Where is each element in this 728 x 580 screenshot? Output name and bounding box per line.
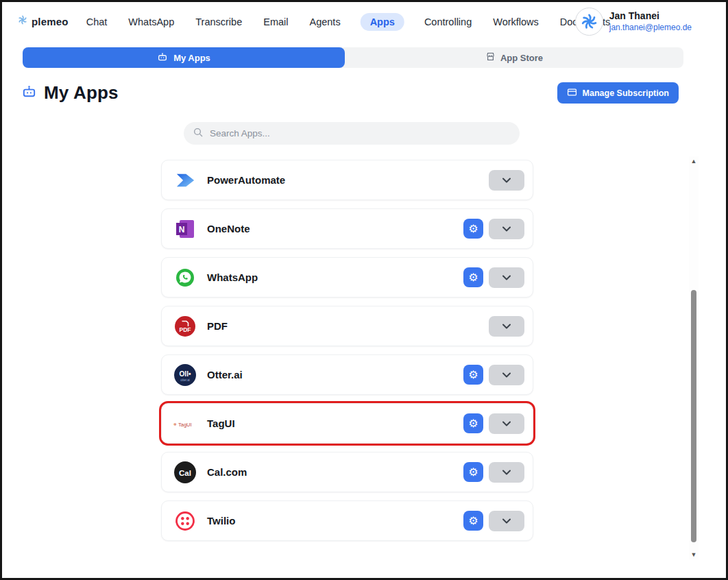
brand-logo[interactable]: plemeo [17,14,69,28]
brand-name: plemeo [32,16,69,27]
app-expand-button[interactable] [489,170,524,191]
chevron-down-icon [502,324,511,329]
nav-item-workflows[interactable]: Workflows [492,13,540,31]
nav-item-transcribe[interactable]: Transcribe [194,13,243,31]
svg-text:PDF: PDF [180,326,191,333]
nav-item-controlling[interactable]: Controlling [423,13,473,31]
scrollbar: ▲ ▼ [689,156,699,559]
gear-icon: ⚙ [468,370,478,380]
app-expand-button[interactable] [489,219,524,239]
row-actions [489,170,524,191]
app-name: WhatsApp [207,271,258,283]
svg-text:OII•: OII• [180,370,191,378]
powerautomate-icon [172,173,198,188]
gear-icon: ⚙ [468,516,478,527]
app-row-onenote: N OneNote ⚙ [161,208,533,249]
row-actions: ⚙ [463,511,524,531]
user-menu[interactable]: Jan Thanei jan.thanei@plemeo.de [575,8,692,36]
app-expand-button[interactable] [489,511,524,531]
app-expand-button[interactable] [489,462,524,483]
twilio-icon [172,511,198,531]
nav-item-email[interactable]: Email [262,13,289,31]
otterai-icon: OII•otter.ai [172,363,198,387]
app-row-otter-ai: OII•otter.ai Otter.ai ⚙ [161,354,533,395]
main-nav: ChatWhatsAppTranscribeEmailAgentsAppsCon… [85,2,611,42]
gear-icon: ⚙ [468,223,478,234]
user-email[interactable]: jan.thanei@plemeo.de [609,23,692,33]
scroll-up-arrow[interactable]: ▲ [689,156,699,166]
search-input[interactable] [210,128,511,138]
calcom-icon: Cal [172,461,198,484]
nav-item-whatsapp[interactable]: WhatsApp [127,13,175,31]
gear-icon: ⚙ [468,467,478,478]
app-row-cal-com: Cal Cal.com ⚙ [161,452,533,492]
app-expand-button[interactable] [489,267,524,288]
app-settings-button[interactable]: ⚙ [463,462,483,482]
row-actions [489,316,524,337]
app-settings-button[interactable]: ⚙ [463,267,483,287]
row-actions: ⚙ [463,462,524,483]
manage-subscription-label: Manage Subscription [583,88,669,98]
app-name: Otter.ai [207,369,243,380]
row-actions: ⚙ [463,365,524,385]
plemeo-swirl-icon [580,12,598,31]
chevron-down-icon [502,421,511,426]
robot-icon [157,51,168,64]
app-name: OneNote [207,223,250,234]
user-name: Jan Thanei [609,10,692,23]
row-actions: ⚙ [463,413,524,434]
view-switch-tabs: My Apps App Store [23,47,683,68]
app-row-tagui: ✻TagUI TagUI ⚙ [161,403,533,444]
nav-item-agents[interactable]: Agents [308,13,341,31]
tab-my-apps[interactable]: My Apps [23,47,345,68]
nav-item-chat[interactable]: Chat [85,13,109,31]
chevron-down-icon [502,518,511,524]
row-actions: ⚙ [463,267,524,288]
app-settings-button[interactable]: ⚙ [463,413,483,433]
page-title: My Apps [44,82,119,104]
pdf-icon: PDF [172,315,198,337]
app-settings-button[interactable]: ⚙ [463,365,483,385]
chevron-down-icon [502,178,511,183]
app-name: Cal.com [207,466,247,478]
scroll-thumb[interactable] [691,290,696,542]
svg-text:Cal: Cal [179,468,191,476]
app-name: TagUI [207,418,235,429]
app-expand-button[interactable] [489,413,524,434]
app-settings-button[interactable]: ⚙ [463,511,483,531]
chevron-down-icon [502,372,511,378]
tab-app-store-label: App Store [500,53,543,63]
chevron-down-icon [502,275,511,280]
gear-icon: ⚙ [468,418,478,429]
svg-text:otter.ai: otter.ai [180,378,190,381]
app-row-powerautomate: PowerAutomate [161,160,533,200]
nav-item-apps[interactable]: Apps [361,13,404,31]
app-expand-button[interactable] [489,365,524,385]
app-settings-button[interactable]: ⚙ [463,219,483,239]
plemeo-swirl-icon [17,14,28,28]
search-icon [193,127,204,141]
svg-text:N: N [179,224,185,234]
app-name: PDF [207,320,228,332]
svg-text:TagUI: TagUI [178,421,192,427]
app-expand-button[interactable] [489,316,524,337]
page-header: My Apps [21,82,119,104]
app-name: Twilio [207,515,235,527]
svg-text:✻: ✻ [173,422,177,426]
scroll-down-arrow[interactable]: ▼ [689,550,699,559]
credit-card-icon [567,87,577,99]
avatar [575,8,603,36]
store-icon [485,51,496,64]
search-bar [184,122,520,145]
app-window: plemeo ChatWhatsAppTranscribeEmailAgents… [0,0,728,580]
whatsapp-icon [172,268,198,287]
manage-subscription-button[interactable]: Manage Subscription [557,82,679,104]
app-row-whatsapp: WhatsApp ⚙ [161,257,533,298]
top-header: plemeo ChatWhatsAppTranscribeEmailAgents… [2,2,726,42]
tagui-icon: ✻TagUI [172,419,198,428]
tab-app-store[interactable]: App Store [345,47,683,68]
row-actions: ⚙ [463,219,524,239]
gear-icon: ⚙ [468,272,478,283]
chevron-down-icon [502,470,511,475]
app-row-pdf: PDF PDF [161,306,533,346]
